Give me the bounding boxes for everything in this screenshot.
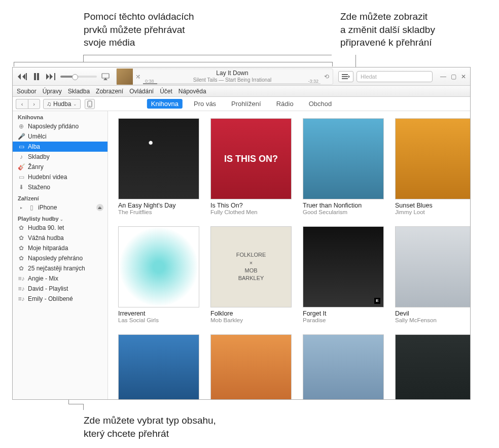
callout-connector	[14, 62, 333, 62]
callout-connector	[83, 55, 84, 62]
sidebar-playlist-david[interactable]: ≡♪David - Playlist	[13, 284, 108, 294]
playlist-icon: ≡♪	[18, 295, 25, 302]
sidebar-playlist-recently-played[interactable]: ✿Naposledy přehráno	[13, 253, 108, 263]
maximize-button[interactable]: ▢	[450, 73, 457, 80]
album-art: FOLKLORE×MOBBARKLEY	[210, 226, 292, 307]
sidebar-item-downloaded[interactable]: ⬇Staženo	[13, 182, 108, 192]
album-tile[interactable]: An Easy Night's DayThe Fruitflies	[118, 118, 199, 215]
device-button[interactable]	[85, 99, 95, 109]
repeat-icon[interactable]: ⟲	[322, 73, 333, 80]
music-note-icon: ♪	[18, 153, 25, 160]
app-window: ⤨ Lay It Down Silent Tails — Start Being…	[12, 67, 471, 400]
back-button[interactable]: ‹	[16, 99, 28, 109]
menu-skladba[interactable]: Skladba	[68, 88, 90, 95]
airplay-button[interactable]	[100, 71, 111, 82]
sidebar-playlist-classical[interactable]: ✿Vážná hudba	[13, 233, 108, 243]
album-tile[interactable]: Sunset BluesJimmy Loot	[395, 118, 470, 215]
playlist-icon: ≡♪	[18, 275, 25, 282]
previous-button[interactable]	[16, 70, 29, 83]
sidebar-heading-devices: Zařízení	[13, 192, 108, 202]
video-icon: ▭	[18, 174, 25, 181]
svg-rect-2	[102, 74, 109, 78]
now-playing-artwork	[117, 68, 133, 85]
search-input[interactable]	[361, 74, 431, 80]
sidebar-item-genres[interactable]: 🎸Žánry	[13, 162, 108, 172]
callout-connector	[68, 404, 84, 404]
album-art	[303, 334, 384, 399]
up-next-button[interactable]	[338, 71, 353, 82]
menu-upravy[interactable]: Úpravy	[43, 88, 62, 95]
callout-top-left: Pomocí těchto ovládacíchprvků můžete pře…	[84, 10, 251, 49]
media-type-picker[interactable]: ♫ Hudba ⌄	[43, 99, 81, 109]
now-playing-title: Lay It Down	[143, 70, 322, 77]
callout-connector	[84, 55, 332, 55]
eject-icon[interactable]: ⏏	[96, 204, 103, 211]
sidebar-item-music-videos[interactable]: ▭Hudební videa	[13, 172, 108, 182]
explicit-badge: E	[374, 298, 380, 304]
album-art	[118, 334, 199, 399]
album-tile[interactable]	[395, 334, 470, 399]
gear-icon: ✿	[18, 224, 25, 231]
now-playing-display[interactable]: ⤨ Lay It Down Silent Tails — Start Being…	[116, 68, 333, 85]
album-art	[395, 118, 470, 199]
tab-pro-vas[interactable]: Pro vás	[190, 99, 220, 109]
playback-controls	[16, 70, 57, 83]
pause-button[interactable]	[30, 70, 43, 83]
chevron-down-icon[interactable]: ⌄	[60, 217, 63, 222]
tab-knihovna[interactable]: Knihovna	[147, 99, 183, 109]
album-art	[118, 118, 199, 199]
tab-radio[interactable]: Rádio	[272, 99, 298, 109]
menu-napoveda[interactable]: Nápověda	[179, 88, 206, 95]
svg-rect-1	[37, 73, 39, 80]
callout-connector	[355, 55, 356, 67]
menu-soubor[interactable]: Soubor	[17, 88, 37, 95]
navigation-toolbar: ‹ › ♫ Hudba ⌄ Knihovna Pro vás Prohlížen…	[13, 97, 470, 111]
sidebar-playlist-90s[interactable]: ✿Hudba 90. let	[13, 223, 108, 233]
playback-progress[interactable]	[143, 83, 320, 84]
chevron-updown-icon: ⌄	[73, 101, 77, 107]
album-tile[interactable]: DevilSally McFenson	[395, 226, 470, 323]
sidebar-playlist-emily[interactable]: ≡♪Emily - Oblíbené	[13, 294, 108, 304]
microphone-icon: 🎤	[18, 133, 25, 140]
disclosure-icon: ▸	[18, 205, 25, 210]
album-art	[303, 118, 384, 199]
callout-connector	[14, 62, 14, 66]
minimize-button[interactable]: —	[440, 73, 447, 80]
album-art	[395, 334, 470, 399]
guitar-icon: 🎸	[18, 163, 25, 170]
album-tile[interactable]: IrreverentLas Social Girls	[118, 226, 199, 323]
album-tile[interactable]	[118, 334, 199, 399]
menu-ovladani[interactable]: Ovládání	[129, 88, 154, 95]
callout-connector	[332, 62, 333, 66]
sidebar-playlist-my-top[interactable]: ✿Moje hitparáda	[13, 243, 108, 253]
album-tile[interactable]	[303, 334, 384, 399]
menu-zobrazeni[interactable]: Zobrazení	[96, 88, 123, 95]
forward-button[interactable]: ›	[28, 99, 40, 109]
album-art	[118, 226, 199, 307]
sidebar-item-albums[interactable]: ▭Alba	[13, 142, 108, 152]
album-art	[210, 334, 292, 399]
close-button[interactable]: ✕	[460, 73, 467, 80]
album-tile[interactable]: EForget ItParadise	[303, 226, 384, 323]
gear-icon: ✿	[18, 234, 25, 242]
album-grid[interactable]: An Easy Night's DayThe Fruitflies IS THI…	[108, 111, 470, 399]
sidebar-item-iphone[interactable]: ▸▯iPhone⏏	[13, 202, 108, 213]
sidebar-item-songs[interactable]: ♪Skladby	[13, 152, 108, 162]
tab-obchod[interactable]: Obchod	[305, 99, 336, 109]
sidebar-playlist-angie[interactable]: ≡♪Angie - Mix	[13, 273, 108, 284]
search-field[interactable]	[357, 71, 433, 82]
next-button[interactable]	[44, 70, 57, 83]
album-tile[interactable]: Truer than NonfictionGood Secularism	[303, 118, 384, 215]
sidebar-item-artists[interactable]: 🎤Umělci	[13, 131, 108, 142]
album-tile[interactable]: IS THIS ON?Is This On?Fully Clothed Men	[210, 118, 292, 215]
menu-ucet[interactable]: Účet	[160, 88, 172, 95]
shuffle-icon[interactable]: ⤨	[133, 73, 143, 80]
sidebar-playlist-top25[interactable]: ✿25 nejčastěji hraných	[13, 263, 108, 273]
album-tile[interactable]	[210, 334, 292, 399]
svg-rect-3	[342, 74, 348, 75]
sidebar-item-recently-added[interactable]: ⊕Naposledy přidáno	[13, 121, 108, 131]
album-art: E	[303, 226, 384, 307]
volume-slider[interactable]	[60, 76, 97, 78]
album-tile[interactable]: FOLKLORE×MOBBARKLEYFolkloreMob Barkley	[210, 226, 292, 323]
tab-prohlizeni[interactable]: Prohlížení	[227, 99, 265, 109]
